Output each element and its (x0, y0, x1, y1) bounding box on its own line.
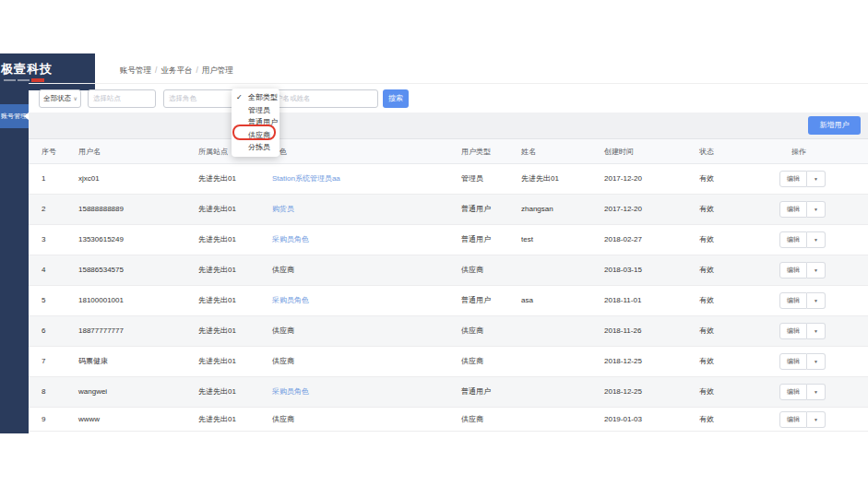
edit-button[interactable]: 编辑 (779, 292, 807, 309)
cell-user-type: 供应商 (461, 408, 483, 432)
col-action: 操作 (791, 139, 806, 164)
col-user-type: 用户类型 (461, 139, 491, 164)
cell-seq: 8 (42, 377, 45, 407)
add-user-button[interactable]: 新增用户 (808, 116, 861, 135)
cell-role: 供应商 (272, 347, 294, 376)
cell-site: 先进先出01 (198, 195, 236, 224)
annotation-red-box (232, 125, 276, 140)
cell-site: 先进先出01 (198, 316, 236, 346)
cell-username: 18877777777 (78, 316, 124, 346)
role-input[interactable]: 选择角色 (163, 89, 237, 108)
cell-role[interactable]: 采购员角色 (272, 225, 309, 255)
logo-tagline (4, 78, 44, 82)
edit-dropdown-button[interactable]: ▼ (807, 411, 826, 428)
edit-button[interactable]: 编辑 (779, 323, 807, 339)
status-select[interactable]: 全部状态 ∨ (39, 89, 81, 108)
col-created: 创建时间 (604, 139, 634, 164)
cell-seq: 1 (42, 164, 45, 194)
table-row: 618877777777先进先出01供应商供应商2018-11-26有效编辑▼ (29, 316, 868, 347)
chevron-down-icon: ∨ (74, 90, 77, 107)
cell-seq: 3 (42, 225, 45, 255)
edit-button[interactable]: 编辑 (779, 201, 807, 218)
cell-created: 2018-02-27 (604, 225, 642, 255)
edit-dropdown-button[interactable]: ▼ (807, 353, 826, 370)
breadcrumb-item-3[interactable]: 用户管理 (202, 65, 233, 75)
type-dropdown-menu: ✓全部类型管理员普通用户供应商分拣员 (232, 89, 279, 157)
row-actions: 编辑▼ (779, 231, 826, 248)
dropdown-option-分拣员[interactable]: 分拣员 (232, 141, 279, 154)
table-row: 1xjxc01先进先出01Station系统管理员aa管理员先进先出012017… (29, 164, 868, 195)
edit-dropdown-button[interactable]: ▼ (807, 201, 826, 218)
cell-status: 有效 (699, 408, 714, 432)
cell-role[interactable]: Station系统管理员aa (272, 164, 340, 194)
cell-site: 先进先出01 (198, 347, 236, 376)
table-row: 415886534575先进先出01供应商供应商2018-03-15有效编辑▼ (29, 255, 868, 286)
row-actions: 编辑▼ (779, 262, 826, 279)
row-actions: 编辑▼ (779, 353, 826, 370)
cell-user-type: 普通用户 (461, 225, 491, 255)
cell-created: 2018-11-01 (604, 286, 641, 315)
cell-username: 码票健康 (78, 347, 108, 376)
search-button[interactable]: 搜索 (383, 89, 409, 108)
edit-dropdown-button[interactable]: ▼ (807, 292, 826, 309)
cell-role[interactable]: 购货员 (272, 195, 294, 224)
edit-button[interactable]: 编辑 (779, 262, 807, 279)
cell-user-type: 普通用户 (461, 286, 491, 315)
cell-created: 2018-03-15 (604, 255, 642, 285)
edit-button[interactable]: 编辑 (779, 384, 807, 400)
breadcrumb-item-2[interactable]: 业务平台 (161, 65, 192, 75)
cell-site: 先进先出01 (198, 408, 236, 432)
cell-seq: 6 (42, 316, 45, 346)
edit-button[interactable]: 编辑 (779, 171, 807, 187)
dropdown-option-管理员[interactable]: 管理员 (232, 104, 279, 117)
cell-name: test (521, 225, 533, 255)
edit-dropdown-button[interactable]: ▼ (807, 231, 826, 248)
cell-site: 先进先出01 (198, 286, 236, 315)
dropdown-option-全部类型[interactable]: ✓全部类型 (232, 91, 279, 104)
table-header: 序号 用户名 所属站点 角色 用户类型 姓名 创建时间 状态 操作 (29, 138, 868, 164)
cell-status: 有效 (699, 377, 714, 407)
cell-username: 15888888889 (78, 195, 124, 224)
cell-seq: 2 (42, 195, 45, 224)
edit-dropdown-button[interactable]: ▼ (807, 384, 826, 400)
cell-status: 有效 (699, 347, 714, 376)
row-actions: 编辑▼ (779, 323, 826, 339)
edit-dropdown-button[interactable]: ▼ (807, 323, 826, 339)
edit-button[interactable]: 编辑 (779, 411, 807, 428)
cell-role[interactable]: 采购员角色 (272, 286, 309, 315)
cell-status: 有效 (699, 164, 714, 194)
edit-button[interactable]: 编辑 (779, 353, 807, 370)
cell-name: zhangsan (521, 195, 553, 224)
col-seq: 序号 (42, 139, 56, 164)
cell-role[interactable]: 采购员角色 (272, 377, 309, 407)
cell-created: 2018-12-25 (604, 347, 642, 376)
cell-created: 2017-12-20 (604, 164, 642, 194)
site-input[interactable]: 选择站点 (88, 89, 156, 108)
row-actions: 编辑▼ (779, 201, 826, 218)
cell-username: 13530615249 (78, 225, 124, 255)
cell-status: 有效 (699, 225, 714, 255)
edit-dropdown-button[interactable]: ▼ (807, 262, 826, 279)
row-actions: 编辑▼ (779, 171, 826, 187)
cell-created: 2018-11-26 (604, 316, 641, 346)
cell-seq: 9 (42, 408, 45, 432)
breadcrumb-separator: / (155, 65, 157, 75)
sidebar: 账号管理 (0, 90, 29, 433)
cell-name: 先进先出01 (521, 164, 559, 194)
cell-username: 15886534575 (78, 255, 124, 285)
cell-role: 供应商 (272, 408, 294, 432)
breadcrumb-item-1[interactable]: 账号管理 (120, 65, 151, 75)
cell-user-type: 供应商 (461, 255, 483, 285)
user-table: 序号 用户名 所属站点 角色 用户类型 姓名 创建时间 状态 操作 1xjxc0… (29, 138, 868, 432)
cell-username: xjxc01 (78, 164, 100, 194)
cell-seq: 7 (42, 347, 45, 376)
check-icon: ✓ (236, 91, 243, 104)
edit-dropdown-button[interactable]: ▼ (807, 171, 826, 187)
cell-user-type: 管理员 (461, 164, 483, 194)
breadcrumb-separator: / (196, 65, 197, 75)
cell-status: 有效 (699, 255, 714, 285)
cell-site: 先进先出01 (198, 225, 236, 255)
edit-button[interactable]: 编辑 (779, 231, 807, 248)
cell-site: 先进先出01 (198, 164, 236, 194)
toolbar-band: 新增用户 (29, 113, 868, 138)
